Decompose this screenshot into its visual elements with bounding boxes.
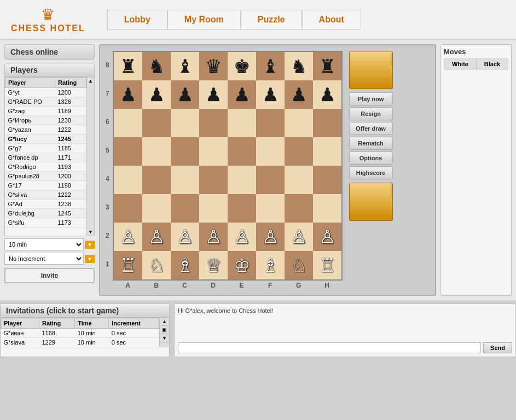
cell-D6[interactable] bbox=[199, 109, 228, 137]
cell-F7[interactable]: ♟ bbox=[256, 80, 285, 109]
nav-item-about[interactable]: About bbox=[302, 10, 361, 30]
cell-F1[interactable]: ♗ bbox=[256, 251, 285, 279]
cell-G6[interactable] bbox=[285, 109, 313, 137]
resign-button[interactable]: Resign bbox=[349, 107, 393, 120]
table-row[interactable]: G*silva1222 bbox=[5, 190, 86, 200]
cell-E8[interactable]: ♚ bbox=[228, 52, 256, 80]
inv-scroll-down[interactable]: ▼ bbox=[160, 334, 169, 342]
cell-B4[interactable] bbox=[142, 166, 171, 194]
cell-D8[interactable]: ♛ bbox=[199, 52, 228, 80]
cell-F6[interactable] bbox=[256, 109, 285, 137]
time-dropdown-arrow[interactable]: ▼ bbox=[85, 241, 95, 249]
time-select[interactable]: 10 min5 min15 min30 min1 min3 min bbox=[4, 238, 84, 250]
cell-D2[interactable]: ♙ bbox=[199, 223, 228, 251]
table-row[interactable]: G*Ad1238 bbox=[5, 200, 86, 209]
inv-scroll-mid[interactable]: ▣ bbox=[160, 326, 169, 334]
cell-E1[interactable]: ♔ bbox=[228, 251, 256, 279]
invitation-row[interactable]: G*иван116810 min0 sec bbox=[1, 329, 159, 338]
cell-E5[interactable] bbox=[228, 137, 256, 166]
table-row[interactable]: G*dulejbg1245 bbox=[5, 209, 86, 218]
cell-F3[interactable] bbox=[256, 194, 285, 223]
table-row[interactable]: G*g71185 bbox=[5, 144, 86, 153]
cell-A8[interactable]: ♜ bbox=[114, 52, 142, 80]
cell-H2[interactable]: ♙ bbox=[313, 223, 341, 251]
cell-G8[interactable]: ♞ bbox=[285, 52, 313, 80]
cell-G4[interactable] bbox=[285, 166, 313, 194]
play-now-button[interactable]: Play now bbox=[349, 92, 393, 106]
table-row[interactable]: G*lucy1245 bbox=[5, 135, 86, 144]
cell-A6[interactable] bbox=[114, 109, 142, 137]
cell-E6[interactable] bbox=[228, 109, 256, 137]
table-row[interactable]: G*fonce dp1171 bbox=[5, 153, 86, 162]
cell-C4[interactable] bbox=[171, 166, 199, 194]
cell-H1[interactable]: ♖ bbox=[313, 251, 341, 279]
cell-C1[interactable]: ♗ bbox=[171, 251, 199, 279]
nav-item-puzzle[interactable]: Puzzle bbox=[241, 10, 302, 30]
nav-item-my-room[interactable]: My Room bbox=[167, 10, 241, 30]
send-button[interactable]: Send bbox=[483, 342, 512, 353]
cell-A7[interactable]: ♟ bbox=[114, 80, 142, 109]
cell-A1[interactable]: ♖ bbox=[114, 251, 142, 279]
cell-D3[interactable] bbox=[199, 194, 228, 223]
table-row[interactable]: G*Игорь1230 bbox=[5, 116, 86, 125]
inv-scrollbar[interactable]: ▲ ▣ ▼ bbox=[159, 318, 169, 347]
cell-B2[interactable]: ♙ bbox=[142, 223, 171, 251]
cell-G7[interactable]: ♟ bbox=[285, 80, 313, 109]
cell-D4[interactable] bbox=[199, 166, 228, 194]
cell-A5[interactable] bbox=[114, 137, 142, 166]
offer-draw-button[interactable]: Offer draw bbox=[349, 122, 393, 135]
cell-C8[interactable]: ♝ bbox=[171, 52, 199, 80]
highscore-button[interactable]: Highscore bbox=[349, 166, 393, 179]
cell-D1[interactable]: ♕ bbox=[199, 251, 228, 279]
cell-H7[interactable]: ♟ bbox=[313, 80, 341, 109]
cell-A3[interactable] bbox=[114, 194, 142, 223]
players-scrollbar[interactable]: ▲ ▼ bbox=[86, 77, 94, 236]
cell-D7[interactable]: ♟ bbox=[199, 80, 228, 109]
nav-item-lobby[interactable]: Lobby bbox=[107, 10, 167, 30]
cell-E4[interactable] bbox=[228, 166, 256, 194]
cell-B1[interactable]: ♘ bbox=[142, 251, 171, 279]
invitation-row[interactable]: G*slava122910 min0 sec bbox=[1, 338, 159, 347]
cell-H5[interactable] bbox=[313, 137, 341, 166]
cell-C6[interactable] bbox=[171, 109, 199, 137]
rematch-button[interactable]: Rematch bbox=[349, 137, 393, 150]
table-row[interactable]: G*sifu1173 bbox=[5, 218, 86, 228]
table-row[interactable]: G*yt1200 bbox=[5, 88, 86, 97]
table-row[interactable]: G*paulus281200 bbox=[5, 172, 86, 181]
cell-C7[interactable]: ♟ bbox=[171, 80, 199, 109]
cell-A4[interactable] bbox=[114, 166, 142, 194]
cell-G1[interactable]: ♘ bbox=[285, 251, 313, 279]
cell-H6[interactable] bbox=[313, 109, 341, 137]
invite-button[interactable]: Invite bbox=[4, 268, 95, 283]
cell-C5[interactable] bbox=[171, 137, 199, 166]
scroll-down[interactable]: ▼ bbox=[87, 228, 94, 236]
cell-G3[interactable] bbox=[285, 194, 313, 223]
chess-board[interactable]: ♜♞♝♛♚♝♞♜♟♟♟♟♟♟♟♟♙♙♙♙♙♙♙♙♖♘♗♕♔♗♘♖ bbox=[113, 51, 343, 281]
table-row[interactable]: G*RADE PO1326 bbox=[5, 97, 86, 107]
cell-D5[interactable] bbox=[199, 137, 228, 166]
cell-G5[interactable] bbox=[285, 137, 313, 166]
cell-H8[interactable]: ♜ bbox=[313, 52, 341, 80]
increment-select[interactable]: No Increment1 sec2 sec5 sec bbox=[4, 253, 84, 265]
cell-B3[interactable] bbox=[142, 194, 171, 223]
table-row[interactable]: G*yazan1222 bbox=[5, 125, 86, 135]
cell-H4[interactable] bbox=[313, 166, 341, 194]
inv-scroll-up[interactable]: ▲ bbox=[160, 318, 169, 326]
cell-C3[interactable] bbox=[171, 194, 199, 223]
options-button[interactable]: Options bbox=[349, 151, 393, 165]
cell-F2[interactable]: ♙ bbox=[256, 223, 285, 251]
cell-B8[interactable]: ♞ bbox=[142, 52, 171, 80]
cell-E2[interactable]: ♙ bbox=[228, 223, 256, 251]
cell-F4[interactable] bbox=[256, 166, 285, 194]
table-row[interactable]: G*zag1189 bbox=[5, 107, 86, 116]
cell-H3[interactable] bbox=[313, 194, 341, 223]
cell-E3[interactable] bbox=[228, 194, 256, 223]
cell-G2[interactable]: ♙ bbox=[285, 223, 313, 251]
cell-B7[interactable]: ♟ bbox=[142, 80, 171, 109]
table-row[interactable]: G*171198 bbox=[5, 181, 86, 190]
cell-F8[interactable]: ♝ bbox=[256, 52, 285, 80]
increment-dropdown-arrow[interactable]: ▼ bbox=[85, 255, 95, 263]
table-row[interactable]: G*Rodrigo1193 bbox=[5, 162, 86, 172]
players-scroll[interactable]: Player Rating G*yt1200G*RADE PO1326G*zag… bbox=[5, 77, 86, 236]
cell-C2[interactable]: ♙ bbox=[171, 223, 199, 251]
